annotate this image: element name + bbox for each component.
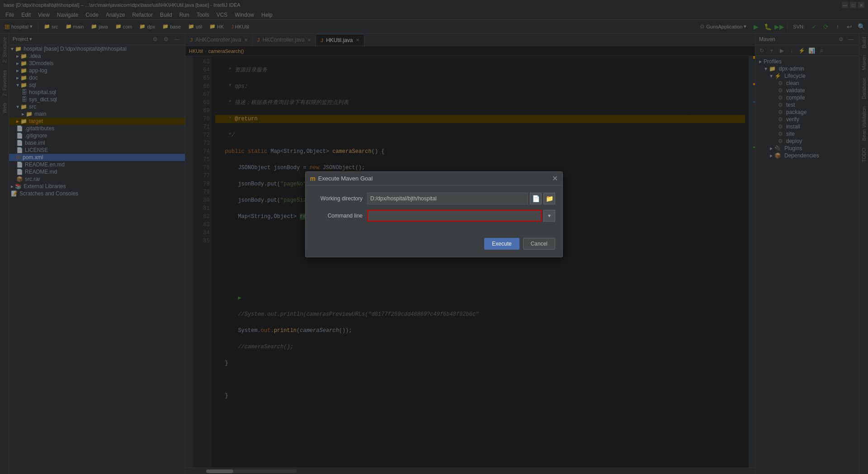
working-dir-container: 📄 📁 bbox=[367, 193, 555, 204]
maven-dialog-icon: m bbox=[310, 175, 316, 182]
working-dir-browse-button[interactable]: 📄 bbox=[530, 193, 542, 204]
working-dir-folder-button[interactable]: 📁 bbox=[543, 193, 555, 204]
modal-body: Working directory 📄 📁 Command line ▾ bbox=[306, 185, 562, 234]
working-dir-input[interactable] bbox=[367, 193, 528, 204]
modal-close-button[interactable]: ✕ bbox=[552, 174, 558, 183]
modal-title-text: Execute Maven Goal bbox=[318, 175, 373, 182]
command-line-row: Command line ▾ bbox=[313, 210, 555, 222]
modal-overlay[interactable]: m Execute Maven Goal ✕ Working directory… bbox=[0, 0, 868, 474]
command-line-label: Command line bbox=[313, 213, 363, 219]
command-line-container: ▾ bbox=[367, 210, 555, 222]
working-dir-label: Working directory bbox=[313, 195, 363, 202]
command-line-input[interactable] bbox=[367, 210, 542, 222]
working-dir-row: Working directory 📄 📁 bbox=[313, 193, 555, 204]
cancel-button[interactable]: Cancel bbox=[523, 238, 555, 250]
command-line-dropdown[interactable]: ▾ bbox=[543, 210, 555, 222]
execute-maven-dialog: m Execute Maven Goal ✕ Working directory… bbox=[305, 171, 563, 257]
execute-button[interactable]: Execute bbox=[484, 238, 519, 250]
modal-title-bar: m Execute Maven Goal ✕ bbox=[306, 172, 562, 185]
modal-footer: Execute Cancel bbox=[306, 234, 562, 257]
